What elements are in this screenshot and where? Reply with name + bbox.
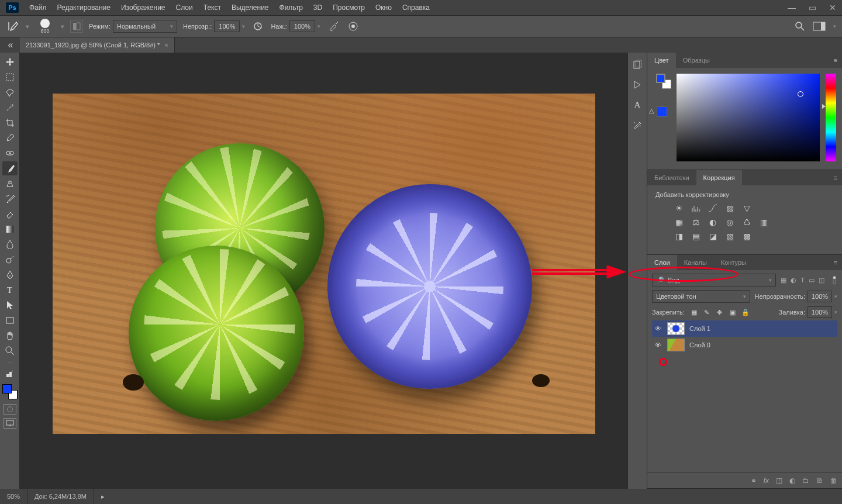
tool-preset-picker[interactable] [6,19,20,33]
filter-shape-icon[interactable]: ▭ [809,277,815,284]
chevron-down-icon[interactable]: ▾ [242,23,245,29]
menu-help[interactable]: Справка [402,4,430,12]
doc-size[interactable]: Док: 6,24M/13,8M [27,489,94,504]
history-panel-icon[interactable] [631,58,644,71]
hand-tool[interactable] [2,329,18,343]
blend-mode-select[interactable]: Нормальный▾ [113,20,177,33]
gradient-tool[interactable] [2,222,18,236]
menu-image[interactable]: Изображение [121,4,165,12]
visibility-icon[interactable]: 👁 [653,325,662,332]
path-select-tool[interactable] [2,298,18,312]
history-brush-tool[interactable] [2,192,18,206]
menu-view[interactable]: Просмотр [333,4,365,12]
actions-panel-icon[interactable] [631,78,644,91]
blend-mode-select[interactable]: Цветовой тон▾ [652,290,750,303]
rectangle-tool[interactable] [2,313,18,327]
menu-layers[interactable]: Слои [176,4,193,12]
new-group-icon[interactable]: 🗀 [802,477,809,485]
photo-filter-icon[interactable]: ◎ [724,217,736,227]
brush-preview[interactable]: 600 [35,19,55,34]
new-adjustment-icon[interactable]: ◐ [789,477,795,485]
levels-icon[interactable] [690,203,702,213]
opacity-input[interactable]: 100% [214,20,240,32]
lock-transparency-icon[interactable]: ▦ [689,309,699,316]
lasso-tool[interactable] [2,85,18,99]
search-icon[interactable] [795,21,805,32]
chevron-down-icon[interactable]: ▾ [834,309,837,315]
close-tab-icon[interactable]: × [164,42,168,49]
panel-menu-icon[interactable]: ≡ [829,57,842,64]
tab-paths[interactable]: Контуры [714,255,753,270]
chevron-down-icon[interactable]: ▾ [833,23,836,29]
tab-channels[interactable]: Каналы [677,255,714,270]
hue-sat-icon[interactable]: ▦ [673,217,685,227]
new-layer-icon[interactable]: 🗎 [816,477,823,485]
gradient-map-icon[interactable]: ▧ [724,231,736,241]
window-minimize-icon[interactable]: — [788,3,796,12]
move-tool[interactable] [2,55,18,69]
lock-all-icon[interactable]: 🔒 [741,309,750,316]
blur-tool[interactable] [2,237,18,251]
zoom-tool[interactable] [2,344,18,358]
layer-row[interactable]: 👁 Слой 0 [652,337,837,353]
hue-slider[interactable] [826,74,836,161]
collapse-tabs-icon[interactable]: « [5,39,16,51]
panel-menu-icon[interactable]: ≡ [829,259,842,266]
visibility-icon[interactable]: 👁 [653,341,662,348]
layer-thumbnail[interactable] [667,322,685,335]
tab-layers[interactable]: Слои [647,255,677,270]
lock-artboard-icon[interactable]: ▣ [728,309,737,316]
curves-icon[interactable] [707,203,719,213]
lock-pixels-icon[interactable]: ✎ [702,309,712,316]
layer-opacity-input[interactable]: 100% [808,291,832,302]
layer-mask-icon[interactable]: ◫ [776,477,782,485]
character-panel-icon[interactable]: A [631,98,644,111]
lock-position-icon[interactable]: ✥ [715,309,724,316]
exposure-icon[interactable]: ▨ [724,203,736,213]
edit-toolbar-icon[interactable] [2,367,18,381]
chevron-down-icon[interactable]: ▾ [834,294,837,299]
spot-heal-tool[interactable] [2,146,18,160]
layer-name[interactable]: Слой 1 [689,325,710,332]
eyedropper-tool[interactable] [2,131,18,145]
channel-mixer-icon[interactable]: ♺ [741,217,753,227]
window-maximize-icon[interactable]: ▭ [809,3,816,12]
color-balance-icon[interactable]: ⚖ [690,217,702,227]
fill-input[interactable]: 100% [808,306,832,318]
chevron-down-icon[interactable]: ▾ [318,23,320,29]
layer-style-icon[interactable]: fx [764,477,769,485]
type-tool[interactable]: T [2,283,18,297]
threshold-icon[interactable]: ◪ [707,231,719,241]
invert-icon[interactable]: ◨ [673,231,685,241]
color-swatch[interactable] [656,74,668,85]
pressure-size-icon[interactable] [346,19,360,33]
menu-window[interactable]: Окно [375,4,392,12]
gamut-warning-icon[interactable] [657,106,667,117]
document-tab[interactable]: 2133091_1920.jpg @ 50% (Слой 1, RGB/8#) … [20,37,175,53]
posterize-icon[interactable]: ▤ [690,231,702,241]
brush-panel-icon[interactable] [70,20,83,33]
clone-stamp-tool[interactable] [2,177,18,191]
layer-name[interactable]: Слой 0 [689,341,710,348]
foreground-background-swatch[interactable] [2,384,18,399]
airbrush-icon[interactable] [326,19,340,33]
more-tools-icon[interactable]: ⋯ [8,360,12,365]
menu-3d[interactable]: 3D [313,4,322,12]
menu-filter[interactable]: Фильтр [279,4,303,12]
workspace-switcher-icon[interactable] [812,19,826,33]
quick-mask-icon[interactable] [4,404,16,415]
menu-edit[interactable]: Редактирование [57,4,111,12]
dodge-tool[interactable] [2,253,18,267]
magic-wand-tool[interactable] [2,101,18,115]
tab-adjustments[interactable]: Коррекция [696,170,742,185]
canvas-area[interactable] [20,53,627,489]
window-close-icon[interactable]: ✕ [829,3,836,12]
filter-toggle-icon[interactable] [831,275,837,285]
layer-row[interactable]: 👁 Слой 1 [652,320,837,337]
flow-input[interactable]: 100% [289,20,315,32]
selective-color-icon[interactable]: ▩ [741,231,753,241]
tab-libraries[interactable]: Библиотеки [647,170,696,185]
pen-tool[interactable] [2,268,18,282]
menu-type[interactable]: Текст [203,4,221,12]
tab-color[interactable]: Цвет [647,53,676,68]
